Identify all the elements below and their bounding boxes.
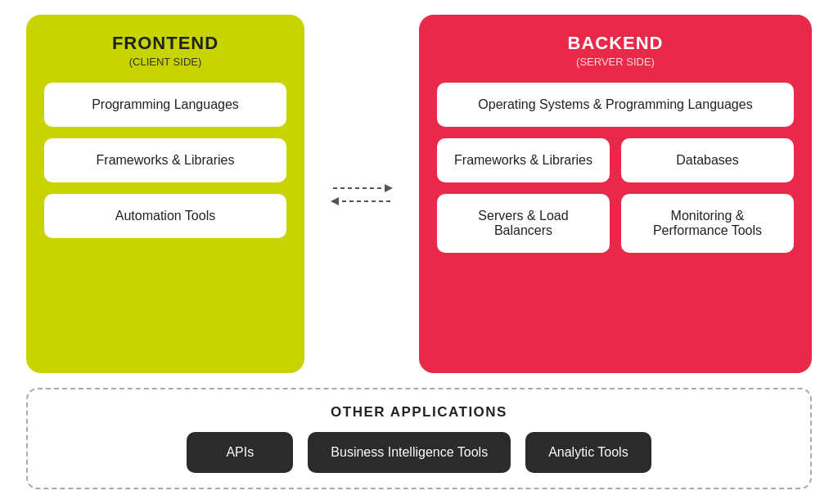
- backend-box: BACKEND (SERVER SIDE) Operating Systems …: [419, 15, 812, 373]
- be-card-monitoring-performance: Monitoring & Performance Tools: [621, 194, 794, 253]
- oa-card-bi-tools: Business Intelligence Tools: [308, 432, 511, 473]
- be-card-databases: Databases: [621, 138, 794, 182]
- diagram-container: FRONTEND (CLIENT SIDE) Programming Langu…: [26, 15, 812, 489]
- be-row-2: Servers & Load Balancers Monitoring & Pe…: [437, 194, 794, 253]
- backend-subtitle: (SERVER SIDE): [576, 56, 655, 68]
- arrows-svg: [329, 165, 394, 223]
- frontend-subtitle: (CLIENT SIDE): [129, 56, 202, 68]
- oa-card-analytic-tools: Analytic Tools: [525, 432, 651, 473]
- other-apps-box: OTHER APPLICATIONS APIs Business Intelli…: [26, 388, 812, 489]
- fe-card-frameworks-libraries: Frameworks & Libraries: [44, 138, 286, 182]
- other-apps-items: APIs Business Intelligence Tools Analyti…: [187, 432, 651, 473]
- arrow-area: [329, 15, 394, 373]
- frontend-items: Programming Languages Frameworks & Libra…: [44, 83, 286, 238]
- top-row: FRONTEND (CLIENT SIDE) Programming Langu…: [26, 15, 812, 373]
- be-card-os-languages: Operating Systems & Programming Language…: [437, 83, 794, 127]
- oa-card-apis: APIs: [187, 432, 293, 473]
- fe-card-automation-tools: Automation Tools: [44, 194, 286, 238]
- be-row-1: Frameworks & Libraries Databases: [437, 138, 794, 182]
- be-card-frameworks-libraries: Frameworks & Libraries: [437, 138, 610, 182]
- svg-marker-1: [385, 184, 393, 192]
- be-card-servers-load-balancers: Servers & Load Balancers: [437, 194, 610, 253]
- other-apps-title: OTHER APPLICATIONS: [331, 404, 507, 421]
- fe-card-programming-languages: Programming Languages: [44, 83, 286, 127]
- frontend-box: FRONTEND (CLIENT SIDE) Programming Langu…: [26, 15, 304, 373]
- backend-title: BACKEND: [568, 33, 664, 54]
- frontend-title: FRONTEND: [112, 33, 219, 54]
- svg-marker-3: [331, 197, 339, 205]
- backend-items: Operating Systems & Programming Language…: [437, 83, 794, 253]
